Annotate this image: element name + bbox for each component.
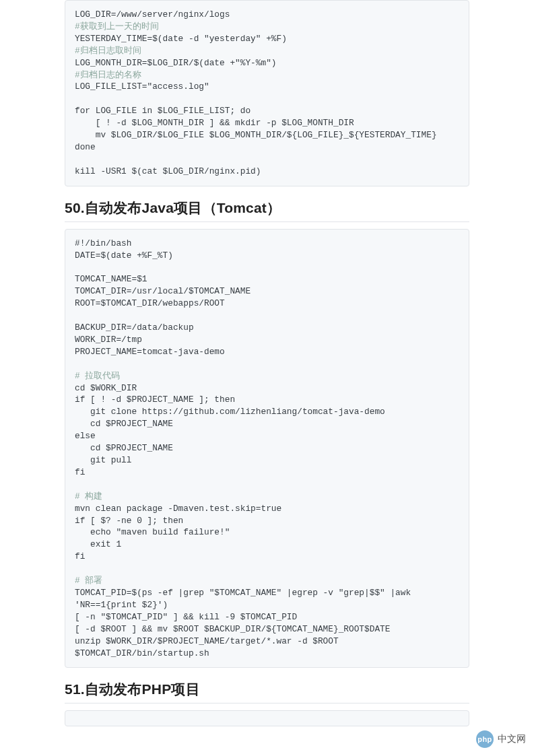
code-line: TOMCAT_PID=$(ps -ef |grep "$TOMCAT_NAME"…	[75, 588, 416, 610]
code-line: cd $WORK_DIR	[75, 383, 137, 393]
code-comment: #归档日志取时间	[75, 46, 141, 56]
code-line: PROJECT_NAME=tomcat-java-demo	[75, 347, 225, 357]
watermark: php 中文网	[476, 730, 526, 748]
code-line: else	[75, 431, 96, 441]
code-line: $TOMCAT_DIR/bin/startup.sh	[75, 648, 209, 658]
code-line: [ -d $ROOT ] && mv $ROOT $BACKUP_DIR/${T…	[75, 624, 390, 634]
code-line: LOG_MONTH_DIR=$LOG_DIR/$(date +"%Y-%m")	[75, 58, 277, 68]
code-line: [ ! -d $LOG_MONTH_DIR ] && mkdir -p $LOG…	[75, 118, 354, 128]
php-logo-icon: php	[476, 730, 494, 748]
code-comment: # 构建	[75, 491, 102, 502]
code-line: cd $PROJECT_NAME	[75, 443, 173, 453]
code-line: kill -USR1 $(cat $LOG_DIR/nginx.pid)	[75, 166, 261, 176]
code-line: DATE=$(date +%F_%T)	[75, 250, 173, 261]
code-line: cd $PROJECT_NAME	[75, 419, 173, 429]
code-line: git pull	[75, 455, 131, 465]
code-line: LOG_DIR=/www/server/nginx/logs	[75, 9, 230, 20]
code-line: if [ ! -d $PROJECT_NAME ]; then	[75, 394, 235, 405]
section-heading-50: 50.自动发布Java项目（Tomcat）	[65, 199, 469, 222]
code-line: TOMCAT_NAME=$1	[75, 274, 147, 284]
code-comment: # 部署	[75, 576, 102, 586]
code-line: exit 1	[75, 539, 121, 549]
code-block-nginx-log: LOG_DIR=/www/server/nginx/logs #获取到上一天的时…	[65, 0, 469, 186]
code-line: git clone https://github.com/lizhenliang…	[75, 407, 385, 417]
code-comment: # 拉取代码	[75, 371, 120, 381]
code-line: ROOT=$TOMCAT_DIR/webapps/ROOT	[75, 298, 225, 308]
code-line: fi	[75, 551, 85, 561]
code-line: BACKUP_DIR=/data/backup	[75, 322, 194, 333]
code-comment: #获取到上一天的时间	[75, 22, 159, 32]
code-line: #!/bin/bash	[75, 238, 131, 248]
code-line: for LOG_FILE in $LOG_FILE_LIST; do	[75, 106, 251, 116]
code-line: echo "maven build failure!"	[75, 527, 230, 537]
code-line: WORK_DIR=/tmp	[75, 335, 142, 345]
code-line: mv $LOG_DIR/$LOG_FILE $LOG_MONTH_DIR/${L…	[75, 130, 437, 140]
code-line: YESTERDAY_TIME=$(date -d "yesterday" +%F…	[75, 34, 287, 44]
code-line: mvn clean package -Dmaven.test.skip=true	[75, 504, 281, 514]
code-block-php-empty	[65, 710, 469, 726]
code-line: if [ $? -ne 0 ]; then	[75, 516, 183, 526]
code-line: done	[75, 142, 96, 152]
code-line: LOG_FILE_LIST="access.log"	[75, 81, 209, 92]
code-line: TOMCAT_DIR=/usr/local/$TOMCAT_NAME	[75, 286, 251, 296]
code-line: fi	[75, 467, 85, 477]
code-line: [ -n "$TOMCAT_PID" ] && kill -9 $TOMCAT_…	[75, 612, 297, 622]
code-comment: #归档日志的名称	[75, 70, 141, 80]
code-line: unzip $WORK_DIR/$PROJECT_NAME/target/*.w…	[75, 636, 339, 646]
section-heading-51: 51.自动发布PHP项目	[65, 680, 469, 703]
watermark-text: 中文网	[498, 733, 526, 745]
code-block-tomcat-deploy: #!/bin/bash DATE=$(date +%F_%T) TOMCAT_N…	[65, 229, 469, 668]
